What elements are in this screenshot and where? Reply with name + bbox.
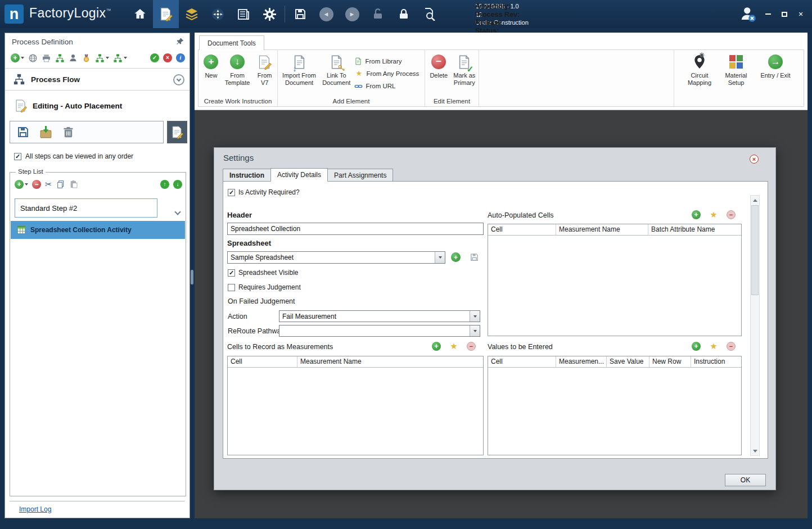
import-step-button[interactable] — [37, 123, 55, 141]
add-button[interactable]: + — [11, 53, 24, 62]
add-step-button[interactable]: + — [15, 180, 28, 189]
auto-populated-table[interactable]: Cell Measurement Name Batch Attribute Na… — [488, 224, 742, 336]
scroll-down-button[interactable] — [751, 446, 759, 455]
from-library-button[interactable]: From Library — [354, 57, 423, 66]
home-button[interactable] — [127, 0, 153, 28]
process-tree-button[interactable] — [55, 53, 65, 63]
from-v7-button[interactable]: From V7 — [253, 53, 276, 86]
add-spreadsheet-button[interactable]: + — [451, 252, 461, 262]
navigation-button[interactable] — [205, 0, 231, 28]
column-batch-attribute-name[interactable]: Batch Attribute Name — [648, 224, 741, 235]
cut-button[interactable]: ✂ — [45, 179, 52, 189]
column-save-value[interactable]: Save Value — [607, 356, 649, 367]
process-flow-row[interactable]: Process Flow — [5, 68, 190, 91]
edit-instruction-button[interactable] — [167, 121, 187, 143]
column-cell[interactable]: Cell — [488, 356, 556, 367]
info-button[interactable]: i — [176, 53, 185, 62]
column-measurement[interactable]: Measuremen... — [556, 356, 607, 367]
web-button[interactable] — [28, 53, 38, 63]
auto-create-button[interactable]: ★ — [709, 342, 718, 351]
redo-button[interactable]: ► — [339, 0, 365, 28]
view-order-checkbox-row[interactable]: ✓ All steps can be viewed in any order — [14, 152, 133, 160]
column-cell[interactable]: Cell — [228, 356, 297, 367]
scrollbar-thumb[interactable] — [751, 205, 759, 295]
requires-judgement-row[interactable]: Requires Judgement — [228, 283, 301, 291]
panel-splitter[interactable] — [191, 270, 193, 284]
header-input[interactable] — [227, 223, 484, 235]
pin-icon[interactable] — [176, 37, 184, 46]
maximize-button[interactable] — [780, 10, 789, 19]
spreadsheet-visible-row[interactable]: ✓ Spreadsheet Visible — [228, 269, 299, 277]
move-up-button[interactable]: ↑ — [160, 180, 169, 189]
dropdown-button[interactable] — [470, 311, 480, 322]
delete-element-button[interactable]: − Delete — [427, 53, 450, 79]
add-row-button[interactable]: + — [692, 342, 701, 351]
documents-button[interactable] — [231, 0, 256, 28]
ok-button[interactable]: OK — [725, 474, 766, 486]
lock-button[interactable] — [391, 0, 417, 28]
material-setup-button[interactable]: Material Setup — [720, 53, 752, 86]
entry-exit-button[interactable]: → Entry / Exit — [757, 53, 793, 79]
tab-part-assignments[interactable]: Part Assignments — [327, 169, 393, 182]
save-button[interactable] — [287, 0, 313, 28]
is-activity-required-row[interactable]: ✓ Is Activity Required? — [228, 188, 300, 196]
print-button[interactable] — [42, 53, 51, 63]
enable-button[interactable]: ✓ — [150, 53, 159, 62]
import-log-link[interactable]: Import Log — [19, 505, 51, 513]
add-row-button[interactable]: + — [692, 210, 701, 219]
panel-scrollbar[interactable] — [750, 195, 760, 456]
disable-button[interactable]: × — [163, 53, 172, 62]
step-list-item-selected[interactable]: Spreadsheet Collection Activity — [11, 221, 185, 239]
new-button[interactable]: + New — [201, 53, 222, 79]
minimize-button[interactable] — [764, 10, 773, 19]
add-row-button[interactable]: + — [432, 342, 441, 351]
spreadsheet-select[interactable]: Sample Spreadsheet — [227, 251, 445, 264]
tab-activity-details[interactable]: Activity Details — [270, 168, 328, 182]
certification-button[interactable] — [82, 53, 91, 63]
action-select[interactable]: Fail Measurement — [279, 310, 480, 322]
close-button[interactable]: × — [796, 10, 805, 19]
work-instructions-button[interactable] — [153, 0, 179, 28]
column-measurement-name[interactable]: Measurement Name — [297, 356, 483, 367]
link-to-document-button[interactable]: Link To Document — [319, 53, 353, 86]
tab-instruction[interactable]: Instruction — [223, 169, 271, 182]
values-table[interactable]: Cell Measuremen... Save Value New Row In… — [488, 356, 742, 455]
remove-row-button[interactable]: − — [727, 342, 736, 351]
column-cell[interactable]: Cell — [488, 224, 556, 235]
from-any-process-button[interactable]: ★From Any Process — [354, 69, 423, 78]
settings-gear-button[interactable] — [256, 0, 282, 28]
dialog-close-button[interactable]: × — [750, 155, 759, 164]
from-template-button[interactable]: ↓ From Template — [223, 53, 252, 86]
scroll-up-button[interactable] — [751, 196, 759, 205]
is-activity-required-checkbox[interactable]: ✓ — [228, 189, 235, 196]
cells-to-record-table[interactable]: Cell Measurement Name — [227, 356, 484, 455]
view-order-checkbox[interactable]: ✓ — [14, 153, 21, 160]
audit-search-button[interactable] — [417, 0, 443, 28]
auto-create-button[interactable]: ★ — [709, 210, 718, 219]
delete-step-button[interactable] — [59, 123, 77, 141]
user-session-icon[interactable] — [739, 6, 756, 22]
step-selector-expander[interactable] — [175, 206, 180, 216]
move-down-button[interactable]: ↓ — [173, 180, 182, 189]
save-spreadsheet-button[interactable] — [470, 252, 479, 262]
step-selector[interactable]: Standard Step #2 — [15, 198, 157, 218]
undo-button[interactable]: ◄ — [313, 0, 339, 28]
remove-row-button[interactable]: − — [727, 210, 736, 219]
remove-step-button[interactable]: − — [32, 180, 41, 189]
process-layers-button[interactable] — [179, 0, 205, 28]
requires-judgement-checkbox[interactable] — [228, 284, 235, 291]
dropdown-button[interactable] — [435, 252, 445, 263]
tab-document-tools[interactable]: Document Tools — [199, 35, 264, 50]
import-from-document-button[interactable]: ↓ Import From Document — [280, 53, 318, 86]
dropdown-button[interactable] — [470, 325, 480, 336]
column-new-row[interactable]: New Row — [649, 356, 691, 367]
reroute-pathway-select[interactable] — [279, 325, 480, 337]
flow-options-button[interactable] — [95, 53, 109, 63]
unlock-button[interactable] — [365, 0, 391, 28]
route-options-button[interactable] — [113, 53, 127, 63]
operator-button[interactable] — [69, 53, 78, 62]
auto-create-button[interactable]: ★ — [449, 342, 458, 351]
column-instruction[interactable]: Instruction — [691, 356, 741, 367]
spreadsheet-visible-checkbox[interactable]: ✓ — [228, 269, 235, 277]
circuit-mapping-button[interactable]: Circuit Mapping — [684, 53, 715, 86]
